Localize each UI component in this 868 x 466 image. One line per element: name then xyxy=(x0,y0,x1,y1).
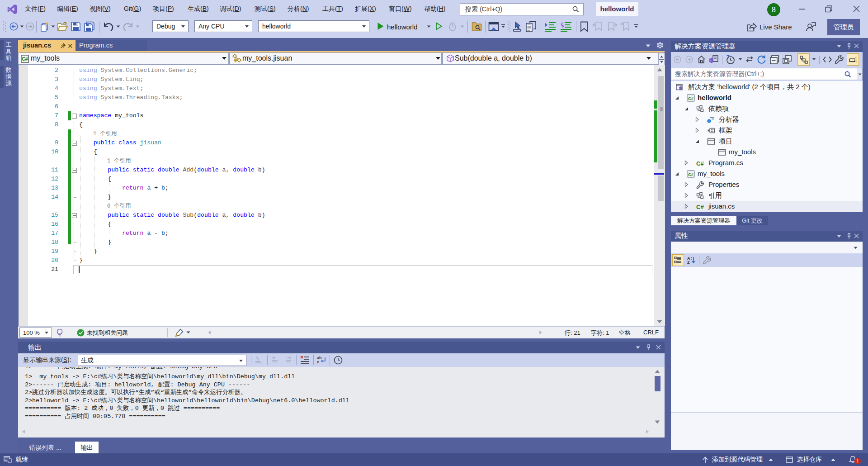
svg-text:c: c xyxy=(317,360,319,364)
svg-text:C#: C# xyxy=(688,96,694,101)
svg-text:C#: C# xyxy=(688,172,694,177)
svg-text:C#: C# xyxy=(22,56,28,61)
svg-text:Z: Z xyxy=(687,260,690,265)
